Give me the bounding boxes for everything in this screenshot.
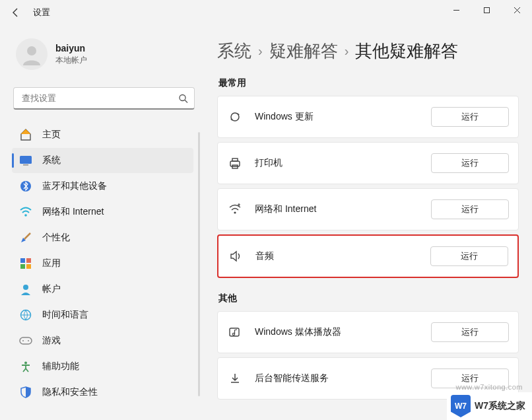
sidebar-item-label: 帐户 <box>42 283 61 295</box>
chevron-right-icon: › <box>345 44 349 59</box>
svg-rect-6 <box>23 164 28 166</box>
sidebar-item-label: 隐私和安全性 <box>42 386 98 398</box>
sidebar-item-privacy[interactable]: 隐私和安全性 <box>12 380 193 405</box>
printer-icon <box>227 155 243 171</box>
sidebar-item-home[interactable]: 主页 <box>12 122 193 147</box>
svg-point-24 <box>234 211 236 213</box>
svg-rect-21 <box>230 161 240 166</box>
logo-text: W7系统之家 <box>475 400 525 412</box>
sidebar-item-label: 蓝牙和其他设备 <box>42 180 107 192</box>
card-label: Windows 媒体播放器 <box>255 326 431 338</box>
maximize-button[interactable] <box>471 0 502 20</box>
sidebar-item-label: 网络和 Internet <box>42 206 104 218</box>
nav: 主页 系统 蓝牙和其他设备 网络和 Internet 个性化 应用 <box>12 122 196 420</box>
svg-rect-13 <box>26 264 31 269</box>
card-network: 网络和 Internet 运行 <box>217 188 519 230</box>
scrollbar[interactable] <box>198 132 200 396</box>
user-name: baiyun <box>55 43 87 53</box>
section-most-used: 最常用 <box>218 77 519 89</box>
sidebar: baiyun 本地帐户 主页 系统 蓝牙和其他设备 <box>0 25 201 420</box>
accessibility-icon <box>18 359 33 374</box>
sidebar-item-label: 系统 <box>42 155 61 166</box>
svg-point-18 <box>22 340 24 341</box>
card-printer: 打印机 运行 <box>217 142 519 184</box>
card-label: 打印机 <box>255 157 431 169</box>
bluetooth-icon <box>18 179 33 193</box>
system-icon <box>18 153 33 168</box>
svg-rect-1 <box>484 7 489 13</box>
card-media-player: Windows 媒体播放器 运行 <box>217 311 519 353</box>
search-icon <box>178 94 188 104</box>
window-title: 设置 <box>33 7 50 18</box>
svg-point-8 <box>24 214 27 217</box>
run-button[interactable]: 运行 <box>431 153 509 173</box>
sidebar-item-label: 应用 <box>42 258 61 269</box>
logo-badge: W7 <box>451 395 471 417</box>
breadcrumb: 系统 › 疑难解答 › 其他疑难解答 <box>217 40 519 63</box>
sidebar-item-apps[interactable]: 应用 <box>12 251 193 276</box>
svg-rect-22 <box>232 158 238 161</box>
sidebar-item-accounts[interactable]: 帐户 <box>12 277 193 302</box>
card-label: Windows 更新 <box>255 111 431 123</box>
sidebar-item-gaming[interactable]: 游戏 <box>12 328 193 353</box>
card-windows-update: Windows 更新 运行 <box>217 96 519 138</box>
user-block[interactable]: baiyun 本地帐户 <box>12 32 196 82</box>
sidebar-item-label: 辅助功能 <box>42 361 79 372</box>
svg-point-20 <box>24 362 27 365</box>
search-input[interactable] <box>13 87 195 110</box>
download-icon <box>227 370 243 386</box>
card-label: 网络和 Internet <box>255 203 431 215</box>
sidebar-item-system[interactable]: 系统 <box>12 148 193 173</box>
footer-logo: W7 W7系统之家 <box>447 392 532 420</box>
sidebar-item-personalization[interactable]: 个性化 <box>12 225 193 250</box>
speaker-icon <box>228 248 244 264</box>
minimize-button[interactable] <box>441 0 471 20</box>
sidebar-item-network[interactable]: 网络和 Internet <box>12 199 193 225</box>
sidebar-item-bluetooth[interactable]: 蓝牙和其他设备 <box>12 174 193 199</box>
sidebar-item-label: 主页 <box>42 129 61 141</box>
sidebar-item-label: 游戏 <box>42 335 61 347</box>
user-sub: 本地帐户 <box>55 55 87 66</box>
card-label: 音频 <box>255 250 430 262</box>
svg-rect-5 <box>20 156 32 164</box>
avatar <box>16 38 48 70</box>
svg-point-14 <box>23 285 28 290</box>
run-button[interactable]: 运行 <box>431 322 509 342</box>
breadcrumb-system[interactable]: 系统 <box>217 40 251 63</box>
apps-icon <box>18 256 33 271</box>
card-audio: 音频 运行 <box>217 234 519 278</box>
run-button[interactable]: 运行 <box>431 199 509 219</box>
breadcrumb-current: 其他疑难解答 <box>355 40 458 63</box>
account-icon <box>18 282 33 297</box>
music-icon <box>227 324 243 340</box>
sidebar-item-label: 个性化 <box>42 232 70 244</box>
svg-line-9 <box>24 233 30 239</box>
svg-point-3 <box>180 95 185 101</box>
sidebar-item-accessibility[interactable]: 辅助功能 <box>12 354 193 379</box>
wifi-icon <box>227 201 243 217</box>
run-button[interactable]: 运行 <box>430 246 508 266</box>
svg-rect-10 <box>20 258 25 263</box>
svg-line-4 <box>185 100 187 103</box>
main-content: 系统 › 疑难解答 › 其他疑难解答 最常用 Windows 更新 运行 打印机… <box>201 25 532 420</box>
section-other: 其他 <box>218 293 519 304</box>
sidebar-item-label: 时间和语言 <box>42 309 88 321</box>
watermark: www.w7xitong.com <box>455 383 523 391</box>
svg-rect-12 <box>20 264 25 269</box>
globe-clock-icon <box>18 308 33 322</box>
sidebar-item-timelang[interactable]: 时间和语言 <box>12 302 193 328</box>
run-button[interactable]: 运行 <box>431 107 509 127</box>
gamepad-icon <box>18 333 33 348</box>
svg-point-19 <box>28 340 29 341</box>
back-button[interactable] <box>8 5 24 20</box>
wifi-icon <box>18 205 33 219</box>
home-icon <box>18 127 33 142</box>
brush-icon <box>18 230 33 245</box>
breadcrumb-troubleshoot[interactable]: 疑难解答 <box>269 40 338 63</box>
svg-point-2 <box>27 46 36 55</box>
svg-rect-11 <box>26 258 31 263</box>
shield-icon <box>18 385 33 400</box>
close-button[interactable] <box>502 0 532 20</box>
card-label: 后台智能传送服务 <box>255 372 431 384</box>
svg-rect-17 <box>20 337 32 344</box>
